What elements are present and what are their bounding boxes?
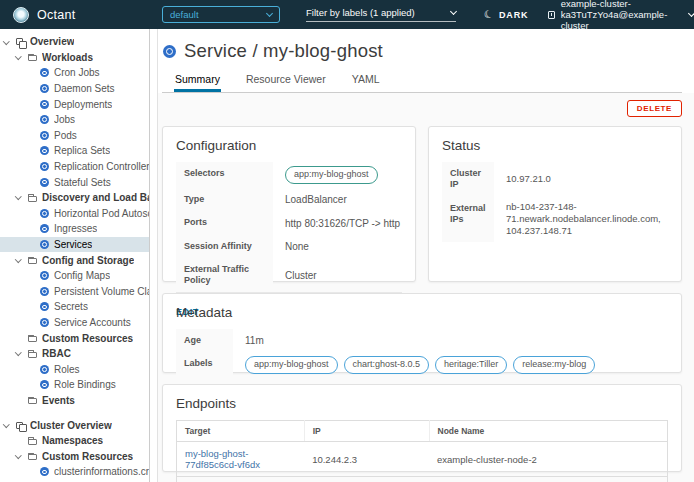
metadata-row-age: Age 11m [176, 329, 668, 352]
labels-label: Labels [176, 352, 233, 378]
sidebar-item[interactable]: Replication Controllers [0, 159, 149, 175]
namespace-dropdown[interactable]: default [162, 6, 280, 23]
app-logo: Octant [0, 7, 150, 23]
cluster-ip-label: Cluster IP [442, 162, 494, 197]
sidebar-item[interactable]: Config and Storage [0, 252, 149, 268]
sidebar-item-label: Roles [54, 364, 80, 375]
sidebar-item-label: Events [42, 395, 75, 406]
table-pagination: Items per page 10 1 - 1 of 1 items [177, 476, 667, 482]
cluster-dropdown[interactable]: example-cluster-ka3TuTzYo4a@example-clus… [548, 0, 694, 31]
sidebar-item-icon [40, 100, 54, 109]
app-name: Octant [37, 8, 76, 22]
sidebar-item[interactable]: Config Maps [0, 268, 149, 284]
config-row-external-traffic-policy: External Traffic Policy Cluster [176, 258, 402, 293]
sidebar-item[interactable]: Services [0, 237, 149, 253]
sidebar-item-icon [40, 318, 54, 327]
chevron-down-icon[interactable] [4, 41, 16, 44]
sidebar-item[interactable]: Roles [0, 361, 149, 377]
chevron-down-icon [688, 9, 694, 16]
sidebar-item[interactable]: Ingresses [0, 221, 149, 237]
sidebar-item[interactable]: Cluster Overview [0, 417, 149, 433]
namespace-selected-value: default [170, 9, 199, 20]
sidebar-item-icon [40, 271, 54, 280]
sidebar-item[interactable]: Role Bindings [0, 377, 149, 393]
status-row-external-ips: External IPs nb-104-237-148-71.newark.no… [442, 197, 668, 242]
sidebar-item[interactable]: Daemon Sets [0, 81, 149, 97]
cluster-ip-value: 10.97.21.0 [494, 162, 668, 197]
sidebar-item-label: Custom Resources [42, 333, 133, 344]
metadata-row-labels: Labels app:my-blog-ghostchart:ghost-8.0.… [176, 352, 668, 378]
sidebar-item-label: clusterinformations.crd.projec [54, 466, 149, 477]
chevron-down-icon[interactable] [4, 424, 16, 427]
sidebar-item-icon [40, 365, 54, 374]
chevron-down-icon[interactable] [16, 196, 28, 199]
sidebar-nav: Overview Workloads Cron Jobs Daemon Sets… [0, 29, 150, 482]
sidebar-item-icon [28, 437, 42, 445]
sidebar-item[interactable]: Events [0, 393, 149, 409]
session-affinity-value: None [273, 235, 402, 258]
selectors-label: Selectors [176, 162, 273, 188]
sidebar-item-label: Cron Jobs [54, 67, 100, 78]
chevron-down-icon[interactable] [16, 56, 28, 59]
sidebar-item[interactable]: Secrets [0, 299, 149, 315]
endpoints-table: TargetIPNode Name my-blog-ghost-77df85c6… [176, 420, 668, 482]
table-row: my-blog-ghost-77df85c6cd-vf6dx 10.244.2.… [177, 442, 668, 477]
sidebar-item[interactable]: Namespaces [0, 433, 149, 449]
type-label: Type [176, 188, 273, 211]
sidebar-item-label: Service Accounts [54, 317, 131, 328]
sidebar-item[interactable]: Custom Resources [0, 448, 149, 464]
content-scrollbar[interactable] [151, 29, 158, 482]
sidebar-item-icon [28, 452, 42, 460]
sidebar-item[interactable]: Pods [0, 128, 149, 144]
octant-logo-icon [13, 7, 29, 23]
endpoint-target-link[interactable]: my-blog-ghost-77df85c6cd-vf6dx [185, 448, 260, 470]
sidebar-item[interactable]: Deployments [0, 96, 149, 112]
sidebar-item-icon [28, 334, 42, 342]
label-filter[interactable]: Filter by labels (1 applied) [306, 7, 456, 22]
table-column-header: Target [177, 421, 305, 442]
sidebar-item[interactable]: clusterinformations.crd.projec [0, 464, 149, 480]
sidebar-item-label: Horizontal Pod Autoscalers [54, 208, 149, 219]
sidebar-item[interactable]: Overview [0, 34, 149, 50]
sidebar-item[interactable]: Cron Jobs [0, 65, 149, 81]
sidebar-item-icon [40, 209, 54, 218]
sidebar-item-icon [28, 396, 42, 404]
sidebar-item[interactable]: Replica Sets [0, 143, 149, 159]
sidebar-item[interactable]: Persistent Volume Claims [0, 284, 149, 300]
chevron-down-icon[interactable] [16, 352, 28, 355]
chevron-down-icon [266, 9, 273, 16]
tab[interactable]: Summary [174, 73, 221, 92]
sidebar-item[interactable]: Horizontal Pod Autoscalers [0, 206, 149, 222]
service-icon [163, 45, 176, 58]
chevron-down-icon[interactable] [16, 455, 28, 458]
sidebar-item[interactable]: Discovery and Load Balancing [0, 190, 149, 206]
sidebar-item[interactable]: Workloads [0, 50, 149, 66]
theme-toggle[interactable]: ☾ DARK [484, 9, 528, 20]
sidebar-item-icon [40, 240, 54, 249]
chevron-down-icon[interactable] [16, 259, 28, 262]
sidebar-item-icon [16, 38, 30, 45]
config-row-ports: Ports http 80:31626/TCP -> http [176, 211, 402, 234]
selectors-value: app:my-blog-ghost [273, 162, 402, 188]
delete-button[interactable]: DELETE [627, 100, 682, 117]
sidebar-item[interactable]: Stateful Sets [0, 174, 149, 190]
sidebar-item-label: Persistent Volume Claims [54, 286, 149, 297]
sidebar-item-label: Role Bindings [54, 379, 116, 390]
sidebar-item[interactable]: Jobs [0, 112, 149, 128]
cards-row: Configuration Selectors app:my-blog-ghos… [162, 126, 682, 282]
sidebar-item-label: Namespaces [42, 435, 103, 446]
sidebar-item[interactable]: RBAC [0, 346, 149, 362]
sidebar-item-icon [40, 178, 54, 187]
moon-icon: ☾ [483, 8, 495, 21]
tab[interactable]: Resource Viewer [245, 73, 327, 92]
sidebar-item[interactable]: Custom Resources [0, 330, 149, 346]
sidebar-item-label: Replica Sets [54, 145, 110, 156]
label-filter-text: Filter by labels (1 applied) [306, 7, 415, 18]
label-tag: heritage:Tiller [435, 356, 507, 374]
sidebar-item-label: Cluster Overview [30, 420, 112, 431]
tab[interactable]: YAML [351, 73, 381, 92]
sidebar-item-label: Pods [54, 130, 77, 141]
label-tag: app:my-blog-ghost [245, 356, 338, 374]
sidebar-item-label: Replication Controllers [54, 161, 149, 172]
sidebar-item[interactable]: Service Accounts [0, 315, 149, 331]
